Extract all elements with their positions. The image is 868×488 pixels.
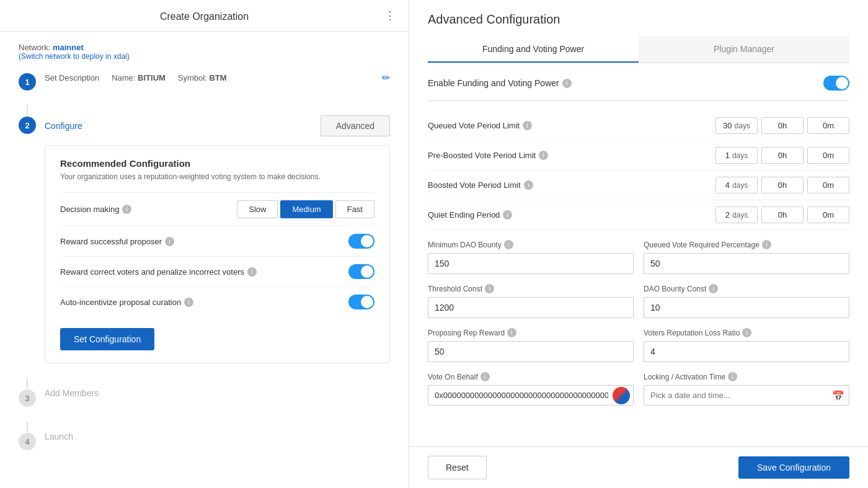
reward-voters-info-icon[interactable]: i xyxy=(247,267,257,277)
voters-rep-loss-ratio-input[interactable] xyxy=(644,341,849,362)
step-4-title: Launch xyxy=(45,432,73,441)
tab-plugin-manager[interactable]: Plugin Manager xyxy=(639,37,849,63)
period-days-1[interactable]: 1 days xyxy=(715,147,758,164)
symbol-value: BTM xyxy=(209,73,226,82)
switch-network-link[interactable]: (Switch network to deploy in xdai) xyxy=(19,52,390,61)
field-vote-on-behalf: Vote On Behalf i xyxy=(428,372,634,406)
tabs: Funding and Voting Power Plugin Manager xyxy=(428,37,849,63)
locking-activation-input[interactable] xyxy=(644,385,849,406)
reward-proposer-toggle[interactable] xyxy=(348,234,374,249)
period-minutes-0[interactable]: 0m xyxy=(807,117,849,134)
vote-on-behalf-info-icon[interactable]: i xyxy=(480,372,490,381)
queued-vote-pct-input[interactable] xyxy=(644,253,849,274)
field-min-dao-bounty: Minimum DAO Bounty i xyxy=(428,240,634,274)
more-options-icon[interactable]: ⋮ xyxy=(384,9,396,22)
locking-activation-info-icon[interactable]: i xyxy=(728,372,737,381)
edit-icon[interactable]: ✏ xyxy=(382,72,390,84)
step-2-title: Configure xyxy=(45,121,82,131)
advanced-button[interactable]: Advanced xyxy=(321,115,390,136)
proposing-rep-reward-input[interactable] xyxy=(428,341,634,362)
date-input-wrapper: 📅 xyxy=(644,385,849,406)
auto-incentivize-info-icon[interactable]: i xyxy=(184,298,193,307)
period-minutes-2[interactable]: 0m xyxy=(807,177,849,193)
period-minutes-3[interactable]: 0m xyxy=(807,206,849,223)
period-label-0: Queued Vote Period Limit i xyxy=(428,121,532,130)
period-2-info-icon[interactable]: i xyxy=(524,180,533,190)
reward-proposer-label: Reward successful proposer i xyxy=(60,237,342,246)
period-hours-3[interactable]: 0h xyxy=(761,206,804,223)
enable-funding-row: Enable Funding and Voting Power i xyxy=(428,76,849,101)
voters-rep-loss-ratio-info-icon[interactable]: i xyxy=(742,328,751,337)
period-1-info-icon[interactable]: i xyxy=(539,151,548,160)
period-minutes-1[interactable]: 0m xyxy=(807,147,849,164)
period-0-info-icon[interactable]: i xyxy=(523,121,532,130)
vote-behalf-wrapper xyxy=(428,385,634,406)
step-2-row: 2 Configure Advanced Recommended Configu… xyxy=(19,115,390,363)
threshold-const-info-icon[interactable]: i xyxy=(485,284,494,293)
enable-funding-toggle[interactable] xyxy=(823,76,849,91)
reset-button[interactable]: Reset xyxy=(428,456,487,479)
period-row-1: Pre-Boosted Vote Period Limit i 1 days 0… xyxy=(428,141,849,171)
dao-bounty-const-info-icon[interactable]: i xyxy=(709,284,718,293)
field-queued-vote-pct-label: Queued Vote Required Percentage i xyxy=(644,240,849,249)
period-hours-0[interactable]: 0h xyxy=(761,117,804,134)
threshold-const-input[interactable] xyxy=(428,297,634,318)
step-3-title: Add Members xyxy=(45,388,99,398)
right-footer: Reset Save Configuration xyxy=(409,446,868,488)
field-threshold-const-label: Threshold Const i xyxy=(428,284,634,293)
step-1-circle: 1 xyxy=(19,73,36,91)
field-locking-activation: Locking / Activation Time i 📅 xyxy=(644,372,849,406)
step-2-circle: 2 xyxy=(19,117,36,134)
reward-proposer-info-icon[interactable]: i xyxy=(165,237,174,246)
period-days-3[interactable]: 2 days xyxy=(715,206,758,223)
reward-voters-toggle[interactable] xyxy=(348,264,374,279)
vote-on-behalf-input[interactable] xyxy=(428,385,634,406)
save-configuration-button[interactable]: Save Configuration xyxy=(738,456,849,479)
period-hours-2[interactable]: 0h xyxy=(761,177,804,193)
set-configuration-button[interactable]: Set Configuration xyxy=(60,328,154,350)
period-days-2[interactable]: 4 days xyxy=(715,177,758,193)
step-connector-1 xyxy=(27,105,28,115)
field-min-dao-bounty-label: Minimum DAO Bounty i xyxy=(428,240,634,249)
auto-incentivize-toggle[interactable] xyxy=(348,295,374,309)
min-dao-bounty-input[interactable] xyxy=(428,253,634,274)
tab-funding-voting[interactable]: Funding and Voting Power xyxy=(428,37,639,63)
field-vote-on-behalf-label: Vote On Behalf i xyxy=(428,372,634,381)
decision-info-icon[interactable]: i xyxy=(122,205,131,214)
period-inputs-3: 2 days 0h 0m xyxy=(715,206,849,223)
name-label: Name: BITIUM xyxy=(112,73,166,82)
calendar-icon[interactable]: 📅 xyxy=(832,389,844,401)
left-header: Create Organization ⋮ xyxy=(0,0,409,32)
field-queued-vote-pct: Queued Vote Required Percentage i xyxy=(644,240,849,274)
period-label-1: Pre-Boosted Vote Period Limit i xyxy=(428,151,548,160)
auto-incentivize-row: Auto-incentivize proposal curation i xyxy=(60,286,374,317)
left-panel: Create Organization ⋮ Network: mainnet (… xyxy=(0,0,409,488)
period-hours-1[interactable]: 0h xyxy=(761,147,804,164)
dao-bounty-const-input[interactable] xyxy=(644,297,849,318)
period-row-0: Queued Vote Period Limit i 30 days 0h 0m xyxy=(428,111,849,141)
slow-button[interactable]: Slow xyxy=(237,200,278,218)
queued-vote-pct-info-icon[interactable]: i xyxy=(762,240,771,249)
rec-config-subtitle: Your organization uses a reputation-weig… xyxy=(60,172,374,181)
proposing-rep-reward-info-icon[interactable]: i xyxy=(507,328,516,337)
min-dao-bounty-info-icon[interactable]: i xyxy=(504,240,513,249)
period-3-info-icon[interactable]: i xyxy=(503,210,512,220)
enable-funding-info-icon[interactable]: i xyxy=(562,79,572,88)
fast-button[interactable]: Fast xyxy=(335,200,374,218)
medium-button[interactable]: Medium xyxy=(280,200,332,218)
field-proposing-rep-reward-label: Proposing Rep Reward i xyxy=(428,328,634,337)
field-dao-bounty-const: DAO Bounty Const i xyxy=(644,284,849,318)
right-panel: Advanced Configuration Funding and Votin… xyxy=(409,0,868,488)
network-name[interactable]: mainnet xyxy=(53,43,84,52)
enable-funding-label: Enable Funding and Voting Power i xyxy=(428,78,572,88)
right-body: Enable Funding and Voting Power i Queued… xyxy=(409,63,868,446)
decision-buttons: Slow Medium Fast xyxy=(237,200,374,218)
field-threshold-const: Threshold Const i xyxy=(428,284,634,318)
period-days-0[interactable]: 30 days xyxy=(715,117,758,134)
rec-config-box: Recommended Configuration Your organizat… xyxy=(45,145,390,363)
page-title: Create Organization xyxy=(12,11,396,22)
step-1-label: Set Description xyxy=(45,73,99,82)
period-inputs-1: 1 days 0h 0m xyxy=(715,147,849,164)
decision-making-row: Decision making i Slow Medium Fast xyxy=(60,192,374,226)
vote-behalf-avatar xyxy=(613,387,630,404)
